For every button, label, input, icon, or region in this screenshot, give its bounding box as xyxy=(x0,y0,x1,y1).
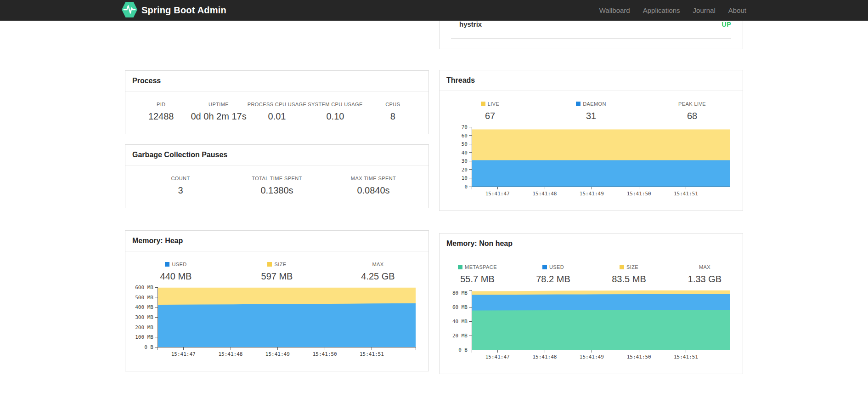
svg-text:15:41:49: 15:41:49 xyxy=(580,354,604,360)
application-name-link[interactable]: hystrix xyxy=(459,20,482,28)
stat-cpus: CPUS 8 xyxy=(364,102,422,122)
svg-text:40: 40 xyxy=(462,150,468,156)
nonheap-chart-area: METASPACE 55.7 MB USED 78.2 MB SIZE 83.5… xyxy=(440,254,743,374)
threads-chart-area: LIVE 67 DAEMON 31 PEAK LIVE 68 010203040… xyxy=(440,91,743,211)
application-status-badge: UP xyxy=(722,21,731,28)
svg-text:15:41:49: 15:41:49 xyxy=(265,351,290,357)
svg-text:15:41:49: 15:41:49 xyxy=(580,191,604,197)
pulse-hexagon-logo-icon xyxy=(122,1,137,20)
legend-nonheap-max: MAX 1.33 GB xyxy=(667,264,743,285)
legend-daemon: DAEMON 31 xyxy=(541,101,642,121)
svg-text:300 MB: 300 MB xyxy=(135,314,153,320)
app-title: Spring Boot Admin xyxy=(141,5,226,16)
gc-stats: COUNT 3 TOTAL TIME SPENT 0.1380s MAX TIM… xyxy=(125,165,428,208)
heap-panel-title: Memory: Heap xyxy=(125,231,428,251)
stat-gc-max-time: MAX TIME SPENT 0.0840s xyxy=(325,176,422,196)
svg-text:0 B: 0 B xyxy=(144,344,153,350)
svg-text:20 MB: 20 MB xyxy=(452,333,468,339)
svg-text:15:41:48: 15:41:48 xyxy=(533,191,557,197)
nav-item-journal[interactable]: Journal xyxy=(687,6,722,14)
nonheap-area-chart: 0 B20 MB40 MB60 MB80 MB15:41:4715:41:481… xyxy=(440,286,743,364)
legend-nonheap-used: USED 78.2 MB xyxy=(515,264,591,285)
svg-text:15:41:47: 15:41:47 xyxy=(485,191,510,197)
legend-live: LIVE 67 xyxy=(440,101,541,121)
svg-text:80 MB: 80 MB xyxy=(452,290,468,296)
nav-item-applications[interactable]: Applications xyxy=(637,6,687,14)
size-swatch-icon xyxy=(620,265,624,269)
legend-heap-used: USED 440 MB xyxy=(125,262,226,282)
stat-gc-total-time: TOTAL TIME SPENT 0.1380s xyxy=(229,176,325,196)
used-swatch-icon xyxy=(542,265,547,269)
legend-heap-size: SIZE 597 MB xyxy=(226,262,327,282)
svg-text:15:41:47: 15:41:47 xyxy=(485,354,510,360)
stat-process-cpu-usage: PROCESS CPU USAGE 0.01 xyxy=(248,102,306,122)
top-navbar: Spring Boot Admin Wallboard Applications… xyxy=(0,0,868,21)
live-swatch-icon xyxy=(481,102,485,106)
svg-text:30: 30 xyxy=(462,158,468,164)
process-stats: PID 12488 UPTIME 0d 0h 2m 17s PROCESS CP… xyxy=(125,91,428,134)
svg-text:60 MB: 60 MB xyxy=(452,304,468,310)
memory-nonheap-panel: Memory: Non heap METASPACE 55.7 MB USED … xyxy=(439,233,743,374)
size-swatch-icon xyxy=(267,262,272,267)
nonheap-panel-title: Memory: Non heap xyxy=(440,233,743,254)
svg-text:15:41:51: 15:41:51 xyxy=(674,354,698,360)
memory-heap-panel: Memory: Heap USED 440 MB SIZE 597 MB MAX… xyxy=(125,230,429,371)
stat-uptime: UPTIME 0d 0h 2m 17s xyxy=(190,102,247,122)
svg-text:20: 20 xyxy=(462,167,468,173)
svg-text:15:41:50: 15:41:50 xyxy=(313,351,337,357)
legend-metaspace: METASPACE 55.7 MB xyxy=(440,264,515,285)
legend-nonheap-size: SIZE 83.5 MB xyxy=(591,264,667,285)
nonheap-legend: METASPACE 55.7 MB USED 78.2 MB SIZE 83.5… xyxy=(440,264,743,285)
threads-area-chart: 01020304050607015:41:4715:41:4815:41:491… xyxy=(440,123,743,200)
process-panel-title: Process xyxy=(125,71,428,91)
svg-text:200 MB: 200 MB xyxy=(135,325,153,330)
svg-text:50: 50 xyxy=(462,141,468,147)
svg-text:15:41:51: 15:41:51 xyxy=(360,351,384,357)
svg-text:0 B: 0 B xyxy=(458,347,468,353)
svg-text:15:41:51: 15:41:51 xyxy=(674,191,698,197)
nav-item-about[interactable]: About xyxy=(722,6,746,14)
heap-legend: USED 440 MB SIZE 597 MB MAX 4.25 GB xyxy=(125,262,428,282)
brand[interactable]: Spring Boot Admin xyxy=(122,1,226,20)
svg-text:60: 60 xyxy=(462,133,468,139)
daemon-swatch-icon xyxy=(576,102,581,106)
main-content: Process PID 12488 UPTIME 0d 0h 2m 17s PR… xyxy=(125,21,743,374)
svg-text:40 MB: 40 MB xyxy=(452,319,468,325)
svg-text:15:41:50: 15:41:50 xyxy=(627,191,651,197)
svg-text:10: 10 xyxy=(462,175,468,181)
svg-text:15:41:50: 15:41:50 xyxy=(627,354,651,360)
svg-text:70: 70 xyxy=(462,124,468,130)
left-column: Process PID 12488 UPTIME 0d 0h 2m 17s PR… xyxy=(125,21,429,374)
svg-text:100 MB: 100 MB xyxy=(135,334,153,340)
threads-panel-title: Threads xyxy=(440,70,743,91)
process-panel: Process PID 12488 UPTIME 0d 0h 2m 17s PR… xyxy=(125,70,429,134)
gc-pauses-panel: Garbage Collection Pauses COUNT 3 TOTAL … xyxy=(125,144,429,208)
stat-pid: PID 12488 xyxy=(132,102,190,122)
stat-gc-count: COUNT 3 xyxy=(132,176,229,196)
metaspace-swatch-icon xyxy=(458,265,462,269)
threads-panel: Threads LIVE 67 DAEMON 31 PEAK LIVE 68 xyxy=(439,70,743,211)
heap-chart-area: USED 440 MB SIZE 597 MB MAX 4.25 GB 0 B1… xyxy=(125,251,428,371)
stat-system-cpu-usage: SYSTEM CPU USAGE 0.10 xyxy=(306,102,364,122)
application-row: hystrix UP xyxy=(451,20,731,39)
svg-text:15:41:48: 15:41:48 xyxy=(533,354,557,360)
svg-text:600 MB: 600 MB xyxy=(135,285,153,290)
nav-item-wallboard[interactable]: Wallboard xyxy=(593,6,637,14)
right-column: hystrix UP Threads LIVE 67 DAEMON 31 xyxy=(439,21,743,374)
svg-text:0: 0 xyxy=(464,184,468,190)
heap-area-chart: 0 B100 MB200 MB300 MB400 MB500 MB600 MB1… xyxy=(125,284,428,361)
threads-legend: LIVE 67 DAEMON 31 PEAK LIVE 68 xyxy=(440,101,743,121)
used-swatch-icon xyxy=(165,262,169,267)
legend-peak-live: PEAK LIVE 68 xyxy=(642,101,743,121)
gc-panel-title: Garbage Collection Pauses xyxy=(125,145,428,165)
svg-text:400 MB: 400 MB xyxy=(135,304,153,310)
svg-text:15:41:47: 15:41:47 xyxy=(171,351,196,357)
nav-menu: Wallboard Applications Journal About xyxy=(593,6,746,14)
legend-heap-max: MAX 4.25 GB xyxy=(327,262,428,282)
svg-text:500 MB: 500 MB xyxy=(135,295,153,301)
svg-text:15:41:48: 15:41:48 xyxy=(219,351,243,357)
